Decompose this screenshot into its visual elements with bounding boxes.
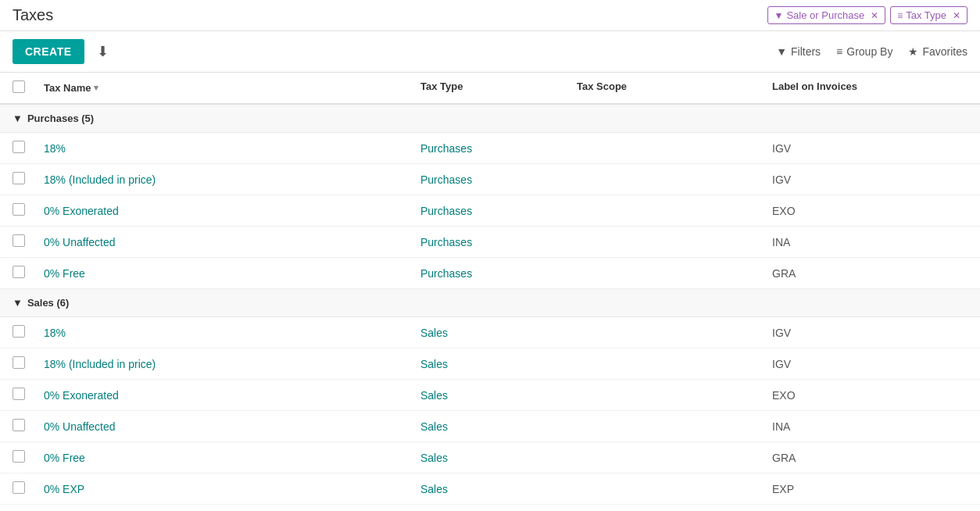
group-label-purchases: Purchases (5) bbox=[27, 113, 94, 124]
row-checkbox[interactable] bbox=[13, 203, 25, 216]
tax-name-link[interactable]: 0% Unaffected bbox=[44, 236, 116, 248]
header-tax-name[interactable]: Tax Name ▾ bbox=[44, 80, 420, 95]
create-button[interactable]: CREATE bbox=[13, 39, 84, 64]
sort-arrow-icon: ▾ bbox=[94, 83, 98, 93]
group-collapse-icon-purchases: ▼ bbox=[13, 113, 23, 124]
download-button[interactable]: ⬇ bbox=[91, 40, 115, 63]
row-checkbox-col bbox=[13, 481, 44, 496]
label-cell: EXP bbox=[772, 483, 967, 495]
table-row: 0% EXP Sales EXP bbox=[0, 473, 980, 505]
toolbar-right: ▼ Filters ≡ Group By ★ Favorites bbox=[776, 45, 967, 58]
table-row: 0% Unaffected Purchases INA bbox=[0, 227, 980, 258]
row-checkbox[interactable] bbox=[13, 141, 25, 153]
row-checkbox-col bbox=[13, 234, 44, 249]
row-checkbox-col bbox=[13, 141, 44, 155]
row-checkbox-col bbox=[13, 325, 44, 340]
favorites-action[interactable]: ★ Favorites bbox=[908, 45, 967, 58]
group-by-icon: ≡ bbox=[836, 45, 842, 58]
tax-name-link[interactable]: 18% bbox=[44, 327, 66, 339]
toolbar-left: CREATE ⬇ bbox=[13, 39, 115, 64]
star-icon: ★ bbox=[908, 45, 918, 58]
header-tax-type: Tax Type bbox=[420, 80, 577, 95]
tax-name-link[interactable]: 0% Unaffected bbox=[44, 420, 116, 433]
group-by-label: Group By bbox=[846, 45, 892, 58]
favorites-label: Favorites bbox=[922, 45, 967, 58]
label-cell: INA bbox=[772, 236, 967, 248]
row-checkbox[interactable] bbox=[13, 419, 25, 431]
tax-name-link[interactable]: 0% EXP bbox=[44, 483, 84, 495]
filter-tag-sale-purchase-close[interactable]: ✕ bbox=[871, 10, 878, 21]
row-checkbox[interactable] bbox=[13, 266, 25, 278]
row-checkbox-col bbox=[13, 356, 44, 371]
header-tax-scope: Tax Scope bbox=[577, 80, 772, 95]
page-title: Taxes bbox=[13, 6, 53, 24]
row-checkbox[interactable] bbox=[13, 450, 25, 463]
filter-tag-tax-type-label: Tax Type bbox=[906, 9, 946, 21]
group-header-purchases[interactable]: ▼ Purchases (5) bbox=[0, 105, 980, 133]
row-checkbox[interactable] bbox=[13, 388, 25, 400]
label-cell: IGV bbox=[772, 358, 967, 370]
label-cell: IGV bbox=[772, 173, 967, 186]
tax-type-cell: Sales bbox=[420, 452, 577, 464]
row-checkbox-col bbox=[13, 172, 44, 187]
tax-type-cell: Sales bbox=[420, 420, 577, 433]
download-icon: ⬇ bbox=[97, 44, 109, 59]
row-checkbox-col bbox=[13, 266, 44, 281]
label-cell: IGV bbox=[772, 327, 967, 339]
row-checkbox-col bbox=[13, 203, 44, 218]
tax-name-link[interactable]: 18% (Included in price) bbox=[44, 173, 156, 186]
tax-name-link[interactable]: 18% bbox=[44, 142, 66, 155]
table-row: 0% Exonerated Sales EXO bbox=[0, 380, 980, 411]
toolbar: CREATE ⬇ ▼ Filters ≡ Group By ★ Favorite… bbox=[0, 31, 980, 73]
tax-name-link[interactable]: 18% (Included in price) bbox=[44, 358, 156, 370]
row-checkbox[interactable] bbox=[13, 325, 25, 338]
tax-name-link[interactable]: 0% Free bbox=[44, 267, 85, 280]
tax-type-cell: Purchases bbox=[420, 173, 577, 186]
filter-funnel-icon: ▼ bbox=[774, 10, 784, 21]
row-checkbox[interactable] bbox=[13, 172, 25, 184]
tax-name-link[interactable]: 0% Free bbox=[44, 452, 85, 464]
filter-tag-sale-purchase[interactable]: ▼ Sale or Purchase ✕ bbox=[767, 6, 886, 24]
label-cell: IGV bbox=[772, 142, 967, 155]
filters-action[interactable]: ▼ Filters bbox=[776, 45, 821, 58]
row-checkbox[interactable] bbox=[13, 356, 25, 369]
table-row: 18% (Included in price) Purchases IGV bbox=[0, 164, 980, 195]
tax-type-cell: Sales bbox=[420, 483, 577, 495]
label-cell: EXO bbox=[772, 389, 967, 402]
table-row: 18% (Included in price) Sales IGV bbox=[0, 348, 980, 380]
tax-name-link[interactable]: 0% Exonerated bbox=[44, 389, 119, 402]
label-cell: INA bbox=[772, 420, 967, 433]
tax-type-cell: Sales bbox=[420, 327, 577, 339]
top-bar: Taxes ▼ Sale or Purchase ✕ ≡ Tax Type ✕ bbox=[0, 0, 980, 31]
table-row: 18% Sales IGV bbox=[0, 317, 980, 348]
filter-tags: ▼ Sale or Purchase ✕ ≡ Tax Type ✕ bbox=[767, 6, 967, 24]
label-cell: GRA bbox=[772, 267, 967, 280]
group-header-sales[interactable]: ▼ Sales (6) bbox=[0, 289, 980, 317]
tax-type-cell: Purchases bbox=[420, 267, 577, 280]
table-row: 18% Purchases IGV bbox=[0, 133, 980, 164]
group-label-sales: Sales (6) bbox=[27, 297, 69, 309]
row-checkbox[interactable] bbox=[13, 481, 25, 494]
filter-lines-icon: ≡ bbox=[897, 10, 903, 21]
table-header: Tax Name ▾ Tax Type Tax Scope Label on I… bbox=[0, 73, 980, 105]
group-collapse-icon-sales: ▼ bbox=[13, 297, 23, 309]
taxes-table: Tax Name ▾ Tax Type Tax Scope Label on I… bbox=[0, 73, 980, 505]
group-by-action[interactable]: ≡ Group By bbox=[836, 45, 892, 58]
table-row: 0% Unaffected Sales INA bbox=[0, 411, 980, 442]
tax-type-cell: Purchases bbox=[420, 205, 577, 217]
table-row: 0% Exonerated Purchases EXO bbox=[0, 195, 980, 227]
tax-type-cell: Sales bbox=[420, 358, 577, 370]
select-all-checkbox[interactable] bbox=[13, 80, 25, 93]
tax-type-cell: Purchases bbox=[420, 236, 577, 248]
header-label-on-invoices: Label on Invoices bbox=[772, 80, 967, 95]
table-row: 0% Free Sales GRA bbox=[0, 442, 980, 473]
filter-tag-sale-purchase-label: Sale or Purchase bbox=[786, 9, 864, 21]
row-checkbox-col bbox=[13, 419, 44, 434]
row-checkbox[interactable] bbox=[13, 234, 25, 247]
filters-label: Filters bbox=[791, 45, 821, 58]
row-checkbox-col bbox=[13, 450, 44, 465]
filter-icon: ▼ bbox=[776, 45, 787, 58]
filter-tag-tax-type-close[interactable]: ✕ bbox=[953, 10, 960, 21]
tax-name-link[interactable]: 0% Exonerated bbox=[44, 205, 119, 217]
filter-tag-tax-type[interactable]: ≡ Tax Type ✕ bbox=[890, 6, 967, 24]
